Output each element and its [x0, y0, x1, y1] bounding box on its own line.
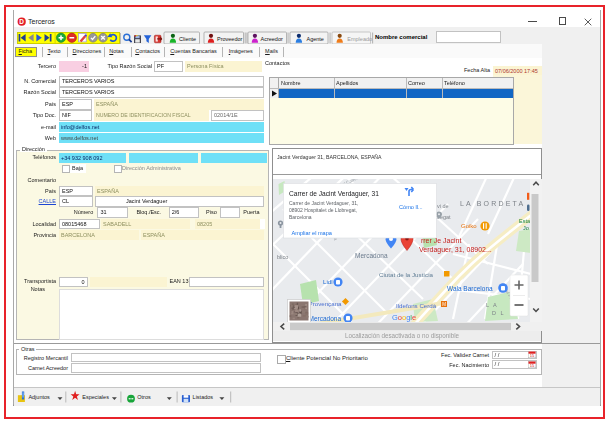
svg-text:Otros: Otros [137, 394, 151, 400]
svg-text:Agente: Agente [307, 35, 324, 41]
svg-text:Ildefons Cerdà: Ildefons Cerdà [396, 302, 437, 309]
svg-text:Listados: Listados [193, 394, 214, 400]
svg-text:Mercadona: Mercadona [355, 252, 388, 259]
svg-text:Empleado: Empleado [347, 35, 372, 41]
svg-text:D L: D L [492, 310, 505, 316]
svg-text:Esta: Esta [519, 218, 531, 224]
svg-text:Adjuntos: Adjuntos [28, 394, 50, 400]
svg-text:Proveedor: Proveedor [217, 35, 243, 41]
svg-text:Lidl: Lidl [323, 278, 333, 285]
svg-text:15: 15 [529, 363, 534, 368]
svg-text:08902 Hospitalet de Llobregat,: 08902 Hospitalet de Llobregat, [289, 207, 357, 213]
svg-text:LA BORDETA: LA BORDETA [460, 200, 525, 207]
svg-text:Carrer de Jacint Verdaguer, 31: Carrer de Jacint Verdaguer, 31 [289, 190, 379, 198]
svg-text:Ampliar el mapa: Ampliar el mapa [291, 230, 332, 236]
svg-text:Barcelona: Barcelona [289, 214, 312, 220]
svg-text:Cliente: Cliente [179, 35, 196, 41]
svg-text:D: D [19, 18, 24, 25]
svg-text:vi de: vi de [437, 203, 449, 209]
svg-text:blico: blico [277, 254, 288, 260]
svg-text:Acreedor: Acreedor [261, 35, 283, 41]
svg-text:Wala Barcelona: Wala Barcelona [447, 285, 493, 292]
svg-text:Verdaguer, 31, 08902...: Verdaguer, 31, 08902... [419, 246, 492, 254]
svg-text:L A: L A [486, 302, 498, 308]
svg-text:Goiko: Goiko [461, 223, 477, 229]
svg-text:Especiales: Especiales [82, 394, 109, 400]
svg-text:Carrer de Jacint Verdaguer, 31: Carrer de Jacint Verdaguer, 31, [289, 200, 359, 206]
svg-text:Provençana: Provençana [308, 300, 342, 307]
svg-text:Google: Google [392, 313, 416, 322]
svg-text:Ciutat de la Justícia: Ciutat de la Justícia [379, 271, 434, 278]
svg-text:Cómo ll...: Cómo ll... [399, 204, 423, 210]
svg-text:M: M [442, 302, 446, 307]
svg-text:Jo: Jo [523, 225, 529, 231]
svg-text:Mercadona: Mercadona [308, 315, 341, 322]
svg-text:15: 15 [529, 353, 534, 358]
